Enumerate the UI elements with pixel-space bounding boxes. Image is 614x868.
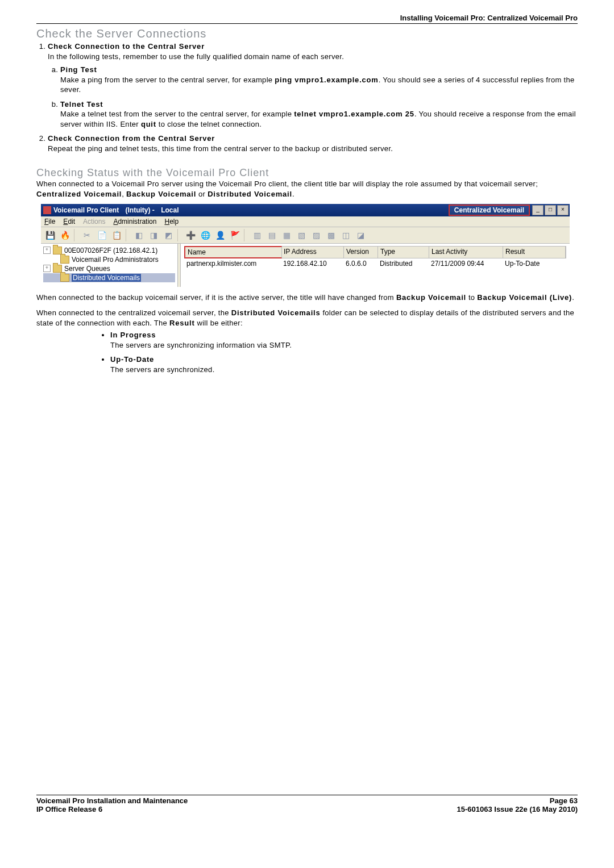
- result-bullets: In Progress The servers are synchronizin…: [110, 330, 578, 374]
- cell-ip: 192.168.42.10: [281, 258, 343, 269]
- flag-icon[interactable]: 🚩: [228, 228, 242, 242]
- app-screenshot: Voicemail Pro Client (Intuity) - Local C…: [41, 204, 570, 287]
- folder-icon: [60, 256, 69, 264]
- tree-node-admins[interactable]: Voicemail Pro Administrators: [43, 255, 175, 264]
- col-type[interactable]: Type: [378, 247, 429, 258]
- app-icon: [43, 206, 51, 214]
- tool-a-icon[interactable]: ◧: [132, 228, 146, 242]
- section1-list: Check Connection to the Central Server I…: [48, 41, 578, 153]
- col-last[interactable]: Last Activity: [429, 247, 503, 258]
- section2-title: Checking Status with the Voicemail Pro C…: [36, 167, 578, 179]
- tree-label-admins: Voicemail Pro Administrators: [72, 256, 159, 264]
- max-button[interactable]: □: [545, 205, 556, 215]
- tool-b-icon[interactable]: ◨: [147, 228, 160, 242]
- tool-k-icon[interactable]: ◪: [354, 228, 367, 242]
- section2-p3: When connected to the centralized voicem…: [36, 308, 578, 328]
- tool-c-icon[interactable]: ◩: [161, 228, 175, 242]
- header-breadcrumb: Installing Voicemail Pro: Centralized Vo…: [36, 14, 578, 23]
- tool-g-icon[interactable]: ▧: [294, 228, 308, 242]
- toolbar: 💾 🔥 ✂ 📄 📋 ◧ ◨ ◩ ➕ 🌐 👤 🚩 ▥ ▤ ▦ ▧ ▨ ▩ ◫ ◪: [41, 227, 570, 244]
- title-c: Local: [161, 206, 179, 214]
- expand-icon[interactable]: +: [43, 265, 51, 272]
- copy-icon[interactable]: 📄: [95, 228, 109, 242]
- col-name[interactable]: Name: [184, 246, 282, 258]
- tree-label-queues: Server Queues: [64, 265, 110, 273]
- title-role-box: Centralized Voicemail: [449, 205, 530, 216]
- menu-file[interactable]: File: [44, 218, 55, 226]
- b2h: Up-To-Date: [110, 355, 154, 364]
- cell-name: partnerxp.kilmister.com: [184, 258, 281, 269]
- tree-pane: + 00E007026F2F (192.168.42.1) Voicemail …: [41, 244, 177, 287]
- titlebar: Voicemail Pro Client (Intuity) - Local C…: [41, 204, 570, 216]
- step2-intro: Repeat the ping and telnet tests, this t…: [48, 144, 393, 153]
- cell-ver: 6.0.6.0: [343, 258, 377, 269]
- cut-icon[interactable]: ✂: [80, 228, 94, 242]
- add-icon[interactable]: ➕: [184, 228, 197, 242]
- footer-l1: Voicemail Pro Installation and Maintenan…: [36, 796, 188, 805]
- step1a-heading: Ping Test: [60, 65, 97, 74]
- col-ver[interactable]: Version: [344, 247, 378, 258]
- section2-p2: When connected to the backup voicemail s…: [36, 293, 578, 303]
- b1h: In Progress: [110, 331, 156, 339]
- step1-heading: Check Connection to the Central Server: [48, 42, 205, 51]
- b2t: The servers are synchronized.: [110, 365, 215, 374]
- tree-label-server: 00E007026F2F (192.168.42.1): [64, 247, 157, 254]
- folder-icon: [53, 265, 62, 273]
- p1b: Centralized Voicemail: [36, 190, 122, 198]
- expand-icon[interactable]: +: [43, 247, 51, 254]
- world-icon[interactable]: 🌐: [198, 228, 212, 242]
- p3e: will be either:: [195, 319, 243, 327]
- section1-title: Check the Server Connections: [36, 27, 578, 40]
- paste-icon[interactable]: 📋: [110, 228, 123, 242]
- step1a-t1: Make a ping from the server to the centr…: [60, 76, 275, 84]
- p1a: When connected to a Voicemail Pro server…: [36, 180, 538, 188]
- p1e: or: [196, 190, 208, 198]
- list-pane: Name IP Address Version Type Last Activi…: [181, 244, 570, 287]
- step1a-cmd: ping vmpro1.example.com: [275, 76, 378, 84]
- step2-heading: Check Connection from the Central Server: [48, 134, 215, 143]
- p2c: to: [466, 293, 477, 302]
- step1-intro: In the following tests, remember to use …: [48, 52, 344, 61]
- footer-r2: 15-601063 Issue 22e (16 May 2010): [457, 805, 578, 813]
- tree-label-distributed: Distributed Voicemails: [72, 274, 141, 282]
- bullet-up-to-date: Up-To-Date The servers are synchronized.: [110, 354, 578, 374]
- b1t: The servers are synchronizing informatio…: [110, 341, 292, 349]
- col-res[interactable]: Result: [503, 247, 566, 258]
- tool-d-icon[interactable]: ▥: [250, 228, 264, 242]
- live-icon[interactable]: 🔥: [58, 228, 72, 242]
- tool-f-icon[interactable]: ▦: [280, 228, 293, 242]
- menu-admin[interactable]: Administration: [113, 218, 156, 226]
- step1b-t1: Make a telnet test from the server to th…: [60, 110, 294, 118]
- folder-icon: [53, 247, 62, 254]
- cell-res: Up-To-Date: [503, 258, 565, 269]
- p1c: ,: [122, 190, 126, 198]
- section2-p1: When connected to a Voicemail Pro server…: [36, 179, 578, 199]
- tool-h-icon[interactable]: ▨: [309, 228, 323, 242]
- step1b-t3: to close the telnet connection.: [156, 120, 262, 128]
- p1f: Distributed Voicemail: [208, 190, 292, 198]
- title-role: Centralized Voicemail: [454, 206, 524, 214]
- tool-e-icon[interactable]: ▤: [265, 228, 279, 242]
- p2e: .: [572, 293, 574, 302]
- p3a: When connected to the centralized voicem…: [36, 308, 231, 317]
- close-button[interactable]: ×: [557, 205, 569, 215]
- tool-j-icon[interactable]: ◫: [339, 228, 352, 242]
- min-button[interactable]: _: [532, 205, 544, 215]
- menu-help[interactable]: Help: [164, 218, 179, 226]
- user-icon[interactable]: 👤: [213, 228, 227, 242]
- p2a: When connected to the backup voicemail s…: [36, 293, 396, 302]
- p3d: Result: [169, 319, 195, 327]
- step1b-cmd: telnet vmpro1.example.com 25: [294, 110, 414, 118]
- col-ip[interactable]: IP Address: [281, 247, 344, 258]
- step1b-heading: Telnet Test: [60, 100, 103, 108]
- header-rule: [36, 23, 578, 24]
- step1b-cmd2: quit: [141, 120, 156, 128]
- cell-type: Distributed: [377, 258, 429, 269]
- save-icon[interactable]: 💾: [43, 228, 57, 242]
- menubar: File Edit Actions Administration Help: [41, 216, 570, 227]
- list-row[interactable]: partnerxp.kilmister.com 192.168.42.10 6.…: [184, 258, 566, 269]
- bullet-in-progress: In Progress The servers are synchronizin…: [110, 330, 578, 350]
- menu-edit[interactable]: Edit: [63, 218, 75, 226]
- tool-i-icon[interactable]: ▩: [324, 228, 338, 242]
- tree-node-distributed[interactable]: Distributed Voicemails: [43, 273, 175, 282]
